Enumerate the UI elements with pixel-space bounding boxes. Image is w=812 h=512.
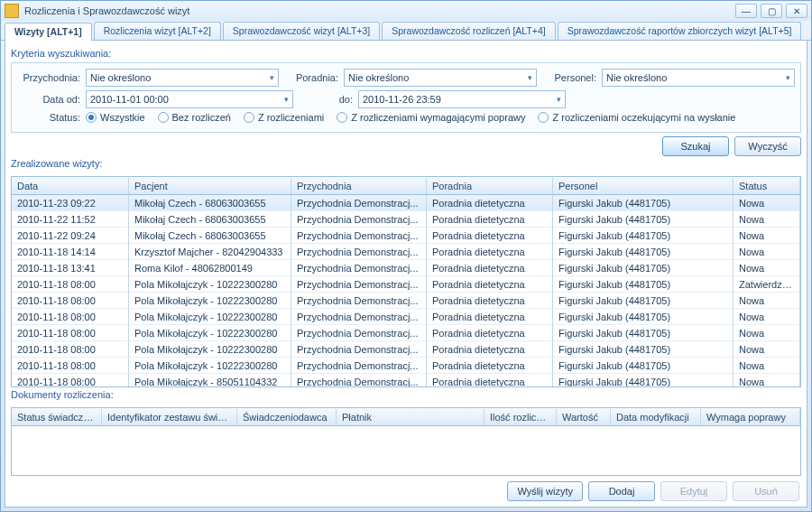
cell-personel: Figurski Jakub (4481705) [553, 341, 734, 358]
table-row[interactable]: 2010-11-18 08:00Pola Mikołajczyk - 10222… [12, 276, 800, 293]
minimize-button[interactable]: — [735, 4, 757, 18]
cell-przychodnia: Przychodnia Demonstracj... [291, 309, 427, 325]
personel-combo[interactable]: Nie określono [602, 69, 795, 87]
cell-pacjent: Mikołaj Czech - 68063003655 [129, 195, 291, 211]
cell-poradnia: Poradnia dietetyczna [427, 276, 553, 293]
titlebar: Rozliczenia i Sprawozdawczość wizyt — ▢ … [1, 1, 811, 21]
przychodnia-label: Przychodnia: [17, 72, 80, 83]
table-row[interactable]: 2010-11-18 14:14Krzysztof Majcher - 8204… [12, 244, 800, 260]
cell-data: 2010-11-22 11:52 [12, 211, 129, 228]
cell-poradnia: Poradnia dietetyczna [427, 244, 553, 260]
cell-pacjent: Pola Mikołajczyk - 10222300280 [129, 341, 291, 358]
cell-personel: Figurski Jakub (4481705) [553, 244, 734, 260]
cell-poradnia: Poradnia dietetyczna [427, 325, 553, 341]
window-title: Rozliczenia i Sprawozdawczość wizyt [24, 5, 735, 16]
cell-personel: Figurski Jakub (4481705) [553, 276, 734, 293]
cell-pacjent: Mikołaj Czech - 68063003655 [129, 211, 291, 228]
cell-poradnia: Poradnia dietetyczna [427, 260, 553, 276]
status-radio-4[interactable]: Z rozliczeniami oczekującymi na wysłanie [538, 112, 735, 123]
col-doc-wartosc[interactable]: Wartość [557, 409, 611, 425]
radio-icon [244, 112, 254, 123]
cell-status: Nowa [734, 228, 800, 244]
cell-pacjent: Pola Mikołajczyk - 10222300280 [129, 325, 291, 341]
cell-przychodnia: Przychodnia Demonstracj... [291, 341, 427, 358]
cell-data: 2010-11-18 14:14 [12, 244, 129, 260]
dodaj-button[interactable]: Dodaj [588, 481, 655, 501]
przychodnia-combo[interactable]: Nie określono [86, 69, 279, 87]
table-row[interactable]: 2010-11-22 11:52Mikołaj Czech - 68063003… [12, 211, 800, 228]
cell-pacjent: Pola Mikołajczyk - 10222300280 [129, 358, 291, 374]
radio-icon [538, 112, 549, 123]
cell-pacjent: Krzysztof Majcher - 82042904333 [129, 244, 291, 260]
usun-button[interactable]: Usuń [733, 481, 799, 501]
cell-pacjent: Pola Mikołajczyk - 10222300280 [129, 276, 291, 293]
table-row[interactable]: 2010-11-18 08:00Pola Mikołajczyk - 85051… [12, 374, 800, 386]
tab-sprawozdawczosc-rozliczen[interactable]: Sprawozdawczość rozliczeń [ALT+4] [382, 22, 556, 40]
col-doc-datamod[interactable]: Data modyfikacji [611, 409, 701, 425]
col-przychodnia[interactable]: Przychodnia [291, 178, 427, 194]
szukaj-button[interactable]: Szukaj [662, 136, 729, 156]
cell-data: 2010-11-18 08:00 [12, 358, 129, 374]
col-pacjent[interactable]: Pacjent [129, 178, 291, 194]
cell-personel: Figurski Jakub (4481705) [553, 293, 734, 309]
app-window: Rozliczenia i Sprawozdawczość wizyt — ▢ … [0, 0, 812, 512]
tab-sprawozdawczosc-raportow[interactable]: Sprawozdawczość raportów zbiorczych wizy… [558, 22, 802, 40]
visits-grid-body[interactable]: 2010-11-23 09:22Mikołaj Czech - 68063003… [12, 195, 800, 386]
table-row[interactable]: 2010-11-23 09:22Mikołaj Czech - 68063003… [12, 195, 800, 211]
cell-poradnia: Poradnia dietetyczna [427, 309, 553, 325]
col-personel[interactable]: Personel [553, 178, 734, 194]
cell-data: 2010-11-23 09:22 [12, 195, 129, 211]
status-radio-0[interactable]: Wszystkie [86, 112, 145, 123]
poradnia-label: Poradnia: [284, 72, 338, 83]
tab-rozliczenia[interactable]: Rozliczenia wizyt [ALT+2] [94, 22, 221, 40]
tab-wizyty[interactable]: Wizyty [ALT+1] [5, 23, 92, 41]
status-radio-2[interactable]: Z rozliczeniami [244, 112, 324, 123]
wyczysc-button[interactable]: Wyczyść [734, 136, 801, 156]
status-radio-1[interactable]: Bez rozliczeń [158, 112, 231, 123]
status-radio-3[interactable]: Z rozliczeniami wymagającymi poprawy [337, 112, 525, 123]
close-button[interactable]: ✕ [786, 4, 807, 18]
cell-poradnia: Poradnia dietetyczna [427, 358, 553, 374]
tabbar: Wizyty [ALT+1] Rozliczenia wizyt [ALT+2]… [1, 21, 811, 41]
cell-przychodnia: Przychodnia Demonstracj... [291, 244, 427, 260]
radio-icon [158, 112, 169, 123]
cell-personel: Figurski Jakub (4481705) [553, 260, 734, 276]
col-doc-status[interactable]: Status świadczenia [12, 409, 102, 425]
radio-icon [337, 112, 347, 123]
visits-grid-header: Data Pacjent Przychodnia Poradnia Person… [12, 177, 800, 195]
cell-pacjent: Mikołaj Czech - 68063003655 [129, 228, 291, 244]
poradnia-combo[interactable]: Nie określono [344, 69, 537, 87]
wyslij-wizyty-button[interactable]: Wyślij wizyty [507, 481, 583, 501]
table-row[interactable]: 2010-11-18 08:00Pola Mikołajczyk - 10222… [12, 341, 800, 358]
col-doc-ident[interactable]: Identyfikator zestawu świadczeń [102, 409, 237, 425]
table-row[interactable]: 2010-11-18 13:41Roma Kilof - 48062800149… [12, 260, 800, 276]
table-row[interactable]: 2010-11-18 08:00Pola Mikołajczyk - 10222… [12, 309, 800, 325]
cell-status: Nowa [734, 358, 800, 374]
table-row[interactable]: 2010-11-18 08:00Pola Mikołajczyk - 10222… [12, 293, 800, 309]
col-poradnia[interactable]: Poradnia [427, 178, 553, 194]
maximize-button[interactable]: ▢ [761, 4, 782, 18]
cell-przychodnia: Przychodnia Demonstracj... [291, 260, 427, 276]
data-do-input[interactable]: 2010-11-26 23:59 [358, 90, 566, 108]
cell-data: 2010-11-18 08:00 [12, 293, 129, 309]
col-doc-swiad[interactable]: Świadczeniodawca [237, 409, 337, 425]
table-row[interactable]: 2010-11-18 08:00Pola Mikołajczyk - 10222… [12, 325, 800, 341]
status-radio-group: WszystkieBez rozliczeńZ rozliczeniamiZ r… [86, 112, 735, 123]
cell-data: 2010-11-18 08:00 [12, 341, 129, 358]
col-doc-wymaga[interactable]: Wymaga poprawy [701, 409, 800, 425]
cell-status: Nowa [734, 309, 800, 325]
documents-grid-body[interactable] [12, 426, 800, 475]
edytuj-button[interactable]: Edytuj [660, 481, 727, 501]
col-doc-ilosc[interactable]: Ilość rozliczeń [484, 409, 557, 425]
cell-data: 2010-11-18 08:00 [12, 309, 129, 325]
data-od-input[interactable]: 2010-11-01 00:00 [86, 90, 293, 108]
col-status[interactable]: Status [734, 178, 800, 194]
col-doc-platnik[interactable]: Płatnik [337, 409, 484, 425]
documents-grid-header: Status świadczenia Identyfikator zestawu… [12, 408, 800, 426]
cell-data: 2010-11-18 08:00 [12, 325, 129, 341]
table-row[interactable]: 2010-11-22 09:24Mikołaj Czech - 68063003… [12, 228, 800, 244]
table-row[interactable]: 2010-11-18 08:00Pola Mikołajczyk - 10222… [12, 358, 800, 374]
cell-pacjent: Pola Mikołajczyk - 10222300280 [129, 293, 291, 309]
col-data[interactable]: Data [12, 178, 129, 194]
tab-sprawozdawczosc-wizyt[interactable]: Sprawozdawczość wizyt [ALT+3] [223, 22, 380, 40]
